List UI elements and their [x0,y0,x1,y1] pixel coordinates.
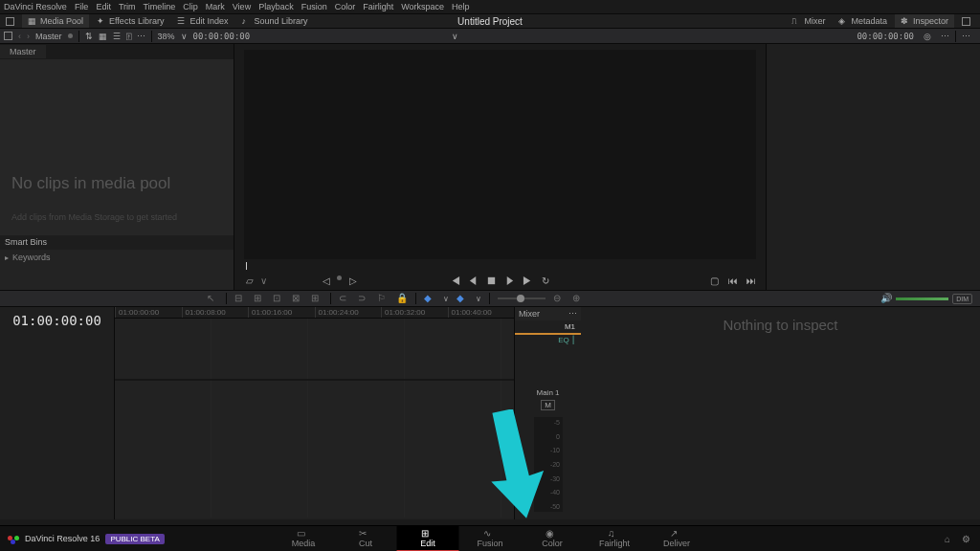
menu-playback[interactable]: Playback [258,2,294,11]
next-frame-icon[interactable] [523,276,533,286]
home-icon[interactable]: ⌂ [945,534,950,544]
snap-icon[interactable]: ⊂ [339,293,350,304]
timeline-timecode[interactable]: 01:00:00:00 [0,307,114,334]
more-icon[interactable]: ⋯ [137,32,145,41]
first-frame-icon[interactable] [450,276,460,286]
menu-davinci-resolve[interactable]: DaVinci Resolve [4,2,67,11]
mixer-opts-icon[interactable]: ⋯ [568,309,577,319]
play-icon[interactable] [504,276,515,286]
menu-view[interactable]: View [233,2,251,11]
page-tab-fairlight[interactable]: ♫Fairlight [584,526,646,552]
overwrite-tool-icon[interactable]: ⊠ [292,293,303,304]
page-tab-fusion[interactable]: ∿Fusion [459,526,522,552]
menu-bar: DaVinci ResolveFileEditTrimTimelineClipM… [0,0,980,13]
viewer-timecode: 00:00:00:00 [193,32,251,41]
menu-help[interactable]: Help [452,2,470,11]
crop-icon[interactable]: ▱ [244,276,255,286]
goto-prev-icon[interactable]: ⏮ [727,276,738,286]
loop-icon[interactable]: ↻ [541,276,551,286]
right-gap [766,44,980,290]
grid-view-icon[interactable]: ▦ [99,32,107,41]
no-clips-label: No clips in media pool [11,174,170,193]
prev-frame-icon[interactable] [468,276,479,286]
nav-next-icon[interactable]: ▷ [347,276,358,286]
nav-prev-icon[interactable]: ◁ [321,276,331,286]
ruler-tick: 01:00:08:00 [182,307,249,318]
menu-file[interactable]: File [75,2,89,11]
lock-icon[interactable]: 🔒 [396,293,408,304]
search-icon[interactable]: ⍐ [126,32,131,41]
record-dot-icon [68,33,73,38]
arrow-tool-icon[interactable]: ↖ [207,293,218,304]
menu-fairlight[interactable]: Fairlight [363,2,393,11]
timeline-ruler[interactable]: 01:00:00:0001:00:08:0001:00:16:0001:00:2… [115,307,514,319]
zoom-in-icon[interactable]: ⊕ [572,293,584,304]
aud-marker-icon[interactable]: ◆ [457,293,468,304]
link-icon[interactable]: ⊃ [358,293,369,304]
mixer-channel-m1[interactable]: M1 [515,320,581,335]
replace-tool-icon[interactable]: ⊞ [311,293,323,304]
ruler-tick: 01:00:16:00 [248,307,315,318]
menu-color[interactable]: Color [335,2,356,11]
menu-trim[interactable]: Trim [119,2,136,11]
expand-icon[interactable]: ⋯ [962,32,970,41]
viewer-output[interactable] [244,50,756,259]
stop-icon[interactable] [486,276,497,286]
sort-icon[interactable]: ⇅ [85,32,93,41]
list-view-icon[interactable]: ☰ [113,32,121,41]
gang-icon[interactable]: ◎ [924,32,931,41]
full-screen-icon[interactable] [956,14,976,28]
page-tab-media[interactable]: ▭Media [273,526,335,552]
mixer-mute-button[interactable]: M [541,400,555,410]
page-tab-deliver[interactable]: ↗Deliver [646,526,708,552]
sound-library-toggle[interactable]: ♪Sound Library [235,14,313,28]
breadcrumb-master[interactable]: Master [35,32,62,41]
color-page-icon: ◉ [546,528,559,538]
menu-fusion[interactable]: Fusion [301,2,327,11]
match-frame-icon[interactable]: ▢ [709,276,720,286]
ruler-tick: 01:00:24:00 [315,307,382,318]
settings-icon[interactable]: ⚙ [962,534,970,544]
zoom-out-icon[interactable]: ⊖ [553,293,565,304]
vid-marker-icon[interactable]: ◆ [424,293,435,304]
mixer-toggle[interactable]: ⎍Mixer [786,14,831,28]
page-tab-edit[interactable]: ⊞Edit [397,526,459,552]
bin-view-icon[interactable] [4,32,12,40]
menu-mark[interactable]: Mark [206,2,225,11]
media-pool-tab-master[interactable]: Master [0,45,46,58]
speaker-icon[interactable]: 🔊 [880,293,892,304]
edit-page-icon: ⊞ [421,528,434,538]
menu-workspace[interactable]: Workspace [401,2,444,11]
inspector-toggle[interactable]: ✽Inspector [895,14,954,28]
flag-icon[interactable]: ⚐ [377,293,389,304]
resolve-logo-icon [8,533,19,544]
smart-bins-header[interactable]: Smart Bins [0,235,234,250]
viewer-subbar: ‹› Master ⇅ ▦ ☰ ⍐ ⋯ 38%∨ 00:00:00:00 ∨ 0… [0,29,980,44]
menu-clip[interactable]: Clip [183,2,198,11]
viewer-opts-icon[interactable]: ⋯ [941,32,949,41]
layout-toggle-icon[interactable] [0,15,20,28]
media-pool-body[interactable]: No clips in media pool Add clips from Me… [0,59,234,235]
inspector-panel: Nothing to inspect [581,307,980,519]
mixer-eq[interactable]: EQ ⎮ [515,335,581,345]
viewer-scrubber[interactable] [244,261,756,271]
volume-slider[interactable] [896,298,948,300]
menu-edit[interactable]: Edit [96,2,111,11]
dim-button[interactable]: DIM [952,294,972,304]
media-page-icon: ▭ [297,528,310,538]
mixer-meter: -50-10-20-30-40-50 [534,417,563,512]
metadata-toggle[interactable]: ◈Metadata [833,14,893,28]
goto-next-icon[interactable]: ⏭ [746,276,756,286]
media-pool-toggle[interactable]: ▦Media Pool [22,14,89,28]
blade-tool-icon[interactable]: ⊞ [254,293,265,304]
page-tab-cut[interactable]: ✂Cut [335,526,397,552]
smart-bin-keywords[interactable]: ▸Keywords [0,250,234,265]
menu-timeline[interactable]: Timeline [144,2,176,11]
page-tab-color[interactable]: ◉Color [522,526,584,552]
edit-index-toggle[interactable]: ☰Edit Index [171,14,234,28]
trim-tool-icon[interactable]: ⊟ [234,293,246,304]
effects-library-toggle[interactable]: ✦Effects Library [91,14,169,28]
insert-tool-icon[interactable]: ⊡ [273,293,284,304]
zoom-level[interactable]: 38% [158,32,175,41]
timeline-tracks[interactable]: 01:00:00:0001:00:08:0001:00:16:0001:00:2… [115,307,514,519]
